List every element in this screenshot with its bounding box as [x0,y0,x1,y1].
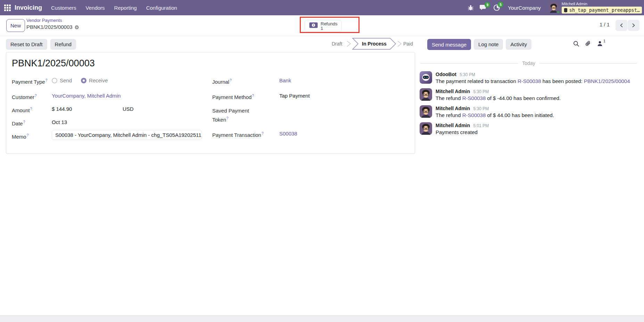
followers-count: 1 [603,39,605,44]
new-button[interactable]: New [6,19,25,32]
top-navbar: Invoicing Customers Vendors Reporting Co… [0,0,644,15]
chatter-message: Mitchell Admin 5:01 PM Payments created [419,122,644,136]
reset-to-draft-button[interactable]: Reset to Draft [6,39,47,50]
followers-icon[interactable]: 1 [597,41,605,46]
payment-type-label: Payment Type? [12,77,52,86]
statusbar-separator-icon [398,41,401,47]
database-icon [564,8,568,13]
radio-send[interactable]: Send [52,77,72,84]
record-action-buttons: Reset to Draft Refund [6,39,76,50]
payment-transaction-value-link[interactable]: S00038 [279,131,297,137]
database-name: sh_tap_payment_preeappst… [569,7,640,13]
payment-link[interactable]: PBNK1/2025/00004 [584,78,630,84]
user-avatar [420,122,432,135]
journal-label: Journal? [212,77,279,86]
database-badge[interactable]: sh_tap_payment_preeappst… [562,7,642,14]
pager-next-button[interactable] [628,20,639,31]
breadcrumb-parent-link[interactable]: Vendor Payments [26,17,79,24]
form-sheet: PBNK1/2025/00003 Payment Type? Send Rece… [6,52,415,154]
journal-value-link[interactable]: Bank [279,77,291,83]
message-body: The payment related to transaction R-S00… [436,78,630,85]
radio-unchecked-icon [52,78,57,83]
amount-label: Amount? [12,105,52,114]
chevron-right-icon [632,23,635,28]
user-avatar[interactable] [548,2,559,13]
user-name: Mitchell Admin [562,2,642,6]
memo-input[interactable]: S00038 - YourCompany, Mitchell Admin - c… [52,130,202,140]
user-menu[interactable]: Mitchell Admin sh_tap_payment_preeappst… [548,2,642,14]
statusbar-separator-icon [347,41,350,47]
message-author: Mitchell Admin [436,123,470,128]
status-in-process[interactable]: In Process [362,41,387,47]
payment-method-label: Payment Method? [212,92,279,101]
date-value[interactable]: Oct 13 [52,119,67,125]
messages-count-badge: 9 [485,2,490,8]
money-icon [309,22,318,30]
transaction-link[interactable]: R-S00038 [518,78,541,84]
customer-label: Customer? [12,92,52,101]
user-avatar [420,105,432,118]
message-time: 5:30 PM [473,106,489,111]
online-status-dot [556,10,560,14]
send-message-button[interactable]: Send message [427,39,471,50]
saved-payment-token-label: Saved Payment Token? [212,107,256,124]
stat-button-count: 1 [321,26,337,31]
refund-link[interactable]: R-S00038 [462,112,486,118]
status-paid[interactable]: Paid [403,41,413,47]
messages-icon[interactable]: 9 [480,5,487,11]
message-time: 5:30 PM [473,89,489,94]
activities-icon[interactable]: 5 [493,4,500,11]
menu-customers[interactable]: Customers [51,5,76,11]
gear-icon[interactable]: ⚙ [75,25,79,30]
date-label: Date? [12,118,52,127]
chatter-message: OdooBot 5:30 PM The payment related to t… [419,71,644,85]
currency-value[interactable]: USD [123,105,134,113]
stat-button-label: Refunds [321,22,337,26]
chatter-icon-toolbar: 1 [573,41,605,47]
message-body: The refund R-S00038 of $ 44.00 has been … [436,112,554,119]
message-list: OdooBot 5:30 PM The payment related to t… [419,71,644,136]
search-messages-icon[interactable] [573,41,579,47]
pager-previous-button[interactable] [616,20,627,31]
menu-vendors[interactable]: Vendors [86,5,105,11]
message-body: Payments created [436,129,489,136]
record-title: PBNK1/2025/00003 [12,58,95,69]
horizontal-scrollbar[interactable] [0,315,644,322]
refund-button[interactable]: Refund [50,39,76,50]
amount-value[interactable]: $ 144.90 [52,105,123,113]
chatter-buttons: Send message Log note Activity [427,39,531,50]
breadcrumb-current: PBNK1/2025/00003 [26,24,73,30]
attachment-paperclip-icon[interactable] [585,41,591,47]
radio-checked-icon [81,78,86,83]
menu-reporting[interactable]: Reporting [114,5,137,11]
refunds-stat-button[interactable]: Refunds 1 [305,20,342,32]
activities-count-badge: 5 [498,2,503,7]
activity-button[interactable]: Activity [506,39,531,50]
statusbar: Draft In Process Paid [330,37,415,51]
customer-value-link[interactable]: YourCompany, Mitchell Admin [52,93,121,99]
user-avatar [420,88,432,101]
main-menu: Customers Vendors Reporting Configuratio… [51,5,177,11]
message-author: Mitchell Admin [436,89,470,94]
odoobot-avatar [420,71,432,84]
message-author: Mitchell Admin [436,106,470,111]
message-body: The refund R-S00038 of $ -44.00 has been… [436,95,561,102]
log-note-button[interactable]: Log note [474,39,503,50]
company-switcher[interactable]: YourCompany [508,5,541,11]
message-author: OdooBot [436,72,456,77]
pager-counter: 1 / 1 [600,22,610,27]
chatter-panel: Today OdooBot 5:30 PM [419,52,644,136]
memo-label: Memo? [12,132,52,141]
payment-method-value[interactable]: Tap Payment [279,93,310,99]
refund-link[interactable]: R-S00038 [462,95,486,101]
navbar-right: 9 5 YourCompany [468,2,642,14]
chevron-left-icon [620,23,623,28]
apps-grid-icon[interactable] [4,5,11,11]
radio-receive[interactable]: Receive [81,77,108,84]
status-draft[interactable]: Draft [332,41,342,47]
debug-bug-icon[interactable] [468,5,473,11]
message-time: 5:01 PM [473,123,489,128]
payment-type-field: Send Receive [52,77,212,88]
menu-configuration[interactable]: Configuration [146,5,177,11]
app-name[interactable]: Invoicing [15,4,42,11]
